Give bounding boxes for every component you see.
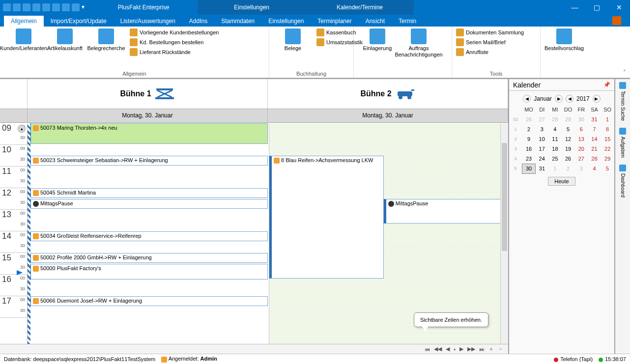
appointment[interactable]: MittagsPause	[29, 199, 268, 209]
appointment[interactable]: 50045 Schmidt Martina	[29, 188, 268, 198]
qat-icon[interactable]	[3, 3, 11, 11]
appointment[interactable]: 50000 PlusFakt Factory's	[29, 264, 268, 280]
prev-year-icon[interactable]: ◀	[566, 95, 573, 103]
next-year-icon[interactable]: ▶	[593, 95, 601, 103]
appointment[interactable]: 50034 Großleist Reifenservice->Reifenrep	[29, 231, 268, 241]
menu-tab-termin[interactable]: Termin	[392, 16, 423, 27]
calendar-day[interactable]: 9	[522, 134, 536, 144]
qat-icon[interactable]	[32, 3, 40, 11]
close-button[interactable]: ✕	[608, 0, 630, 15]
qat-icon[interactable]	[23, 3, 30, 11]
rail-termin-suche[interactable]: Termin Suche	[619, 82, 626, 121]
lane-2[interactable]: 8 Blau Reifen->Achsvermessung LKWMittags…	[269, 123, 508, 344]
calendar-day[interactable]: 4	[588, 164, 601, 173]
appointment[interactable]: MittagsPause	[384, 199, 508, 224]
calendar-day[interactable]: 2	[522, 124, 536, 134]
ribbon-flag-icon[interactable]	[612, 16, 621, 25]
ribbon-collapse-icon[interactable]: ˄	[623, 69, 626, 76]
calendar-day[interactable]: 31	[588, 114, 601, 124]
calendar-day[interactable]: 30	[522, 164, 536, 173]
calendar-day[interactable]: 16	[522, 144, 536, 154]
status-telefon[interactable]: Telefon (Tapi)	[554, 356, 593, 362]
rail-dashboard[interactable]: Dashboard	[619, 165, 626, 197]
resource-header-1[interactable]: Bühne 1	[28, 79, 268, 109]
calendar-day[interactable]: 28	[548, 114, 562, 124]
calendar-day[interactable]: 29	[562, 114, 575, 124]
calendar-day[interactable]: 8	[601, 124, 614, 134]
today-button[interactable]: Heute	[548, 177, 575, 186]
calendar-day[interactable]: 12	[562, 134, 575, 144]
nav-today-icon[interactable]: •	[453, 346, 457, 352]
calendar-day[interactable]: 10	[535, 134, 548, 144]
qat-icon[interactable]	[42, 3, 50, 11]
calendar-day[interactable]: 27	[574, 154, 588, 164]
calendar-day[interactable]: 7	[588, 124, 601, 134]
ribbon-button[interactable]: Anrufliste	[456, 48, 524, 56]
ribbon-button[interactable]: Kunden/Lieferanten	[4, 28, 43, 52]
calendar-day[interactable]: 11	[548, 134, 562, 144]
zoom-out-icon[interactable]: －	[497, 345, 504, 353]
next-month-icon[interactable]: ▶	[555, 95, 563, 103]
context-tab-settings[interactable]: Einstellungen	[198, 0, 306, 15]
mini-calendar[interactable]: MODIMIDOFRSASO52262728293031112345678291…	[509, 105, 614, 174]
nav-first-icon[interactable]: ⏮	[424, 346, 431, 352]
nav-next-icon[interactable]: ▶	[458, 346, 464, 352]
menu-tab-addins[interactable]: AddIns	[182, 16, 214, 27]
qat-icon[interactable]	[13, 3, 21, 11]
lane-1[interactable]: 50073 Maring Thorsten->4x neu50023 Schwe…	[28, 123, 269, 344]
calendar-day[interactable]: 27	[535, 114, 548, 124]
calendar-day[interactable]: 3	[574, 164, 588, 173]
calendar-day[interactable]: 4	[548, 124, 562, 134]
calendar-day[interactable]: 23	[522, 154, 536, 164]
calendar-day[interactable]: 1	[548, 164, 562, 173]
calendar-day[interactable]: 2	[562, 164, 575, 173]
ribbon-button[interactable]: Lieferant Rückstände	[130, 48, 219, 56]
calendar-day[interactable]: 17	[535, 144, 548, 154]
qat-icon[interactable]	[62, 3, 70, 11]
rail-aufgaben[interactable]: Aufgaben	[619, 128, 626, 158]
minimize-button[interactable]: —	[564, 0, 586, 15]
calendar-day[interactable]: 30	[574, 114, 588, 124]
calendar-day[interactable]: 22	[601, 144, 614, 154]
menu-tab-ansicht[interactable]: Ansicht	[359, 16, 392, 27]
ribbon-button[interactable]: AuftragsBenachrichtigungen	[399, 28, 438, 58]
calendar-day[interactable]: 24	[535, 154, 548, 164]
calendar-day[interactable]: 31	[535, 164, 548, 173]
ribbon-button[interactable]: Bestellvorschlag	[544, 28, 584, 52]
context-tab-calendar[interactable]: Kalender/Termine	[306, 0, 414, 15]
menu-tab-einstellungen[interactable]: Einstellungen	[261, 16, 311, 27]
menu-tab-stammdaten[interactable]: Stammdaten	[214, 16, 261, 27]
vertical-scrollbar[interactable]	[500, 123, 508, 344]
calendar-day[interactable]: 3	[535, 124, 548, 134]
maximize-button[interactable]: ▢	[586, 0, 608, 15]
calendar-day[interactable]: 25	[548, 154, 562, 164]
calendar-day[interactable]: 26	[522, 114, 536, 124]
nav-next-page-icon[interactable]: ▶▶	[466, 346, 476, 352]
calendar-day[interactable]: 1	[601, 114, 614, 124]
year-label[interactable]: 2017	[576, 95, 590, 102]
menu-tab-listen-auswertungen[interactable]: Listen/Auswertungen	[114, 16, 182, 27]
calendar-day[interactable]: 26	[562, 154, 575, 164]
pin-icon[interactable]: 📌	[603, 82, 610, 88]
resource-header-2[interactable]: Bühne 2	[268, 79, 508, 109]
appointment[interactable]: 50066 Duemont Josef->RW + Einlagerung	[29, 296, 268, 306]
appointment[interactable]: 50002 Profile 2000 GmbH->RW + Einlagerun…	[29, 253, 268, 263]
day-header-2[interactable]: Montag, 30. Januar	[268, 109, 508, 122]
ribbon-button[interactable]: Belegrecherche	[86, 28, 126, 52]
calendar-day[interactable]: 21	[588, 144, 601, 154]
calendar-day[interactable]: 5	[562, 124, 575, 134]
nav-prev-page-icon[interactable]: ◀◀	[433, 346, 443, 352]
menu-tab-allgemein[interactable]: Allgemein	[4, 16, 44, 27]
ribbon-button[interactable]: Dokumenten Sammlung	[456, 28, 524, 36]
calendar-day[interactable]: 13	[574, 134, 588, 144]
zoom-in-icon[interactable]: ＋	[487, 345, 495, 353]
appointment[interactable]: 50023 Schweinsteiger Sebastian->RW + Ein…	[29, 156, 268, 166]
calendar-day[interactable]: 14	[588, 134, 601, 144]
ribbon-button[interactable]: Belege	[273, 28, 313, 52]
menu-tab-terminplaner[interactable]: Terminplaner	[311, 16, 358, 27]
calendar-day[interactable]: 15	[601, 134, 614, 144]
calendar-day[interactable]: 28	[588, 154, 601, 164]
calendar-day[interactable]: 20	[574, 144, 588, 154]
ribbon-button[interactable]: Kd. Bestellungen bestellen	[130, 38, 219, 46]
calendar-day[interactable]: 18	[548, 144, 562, 154]
